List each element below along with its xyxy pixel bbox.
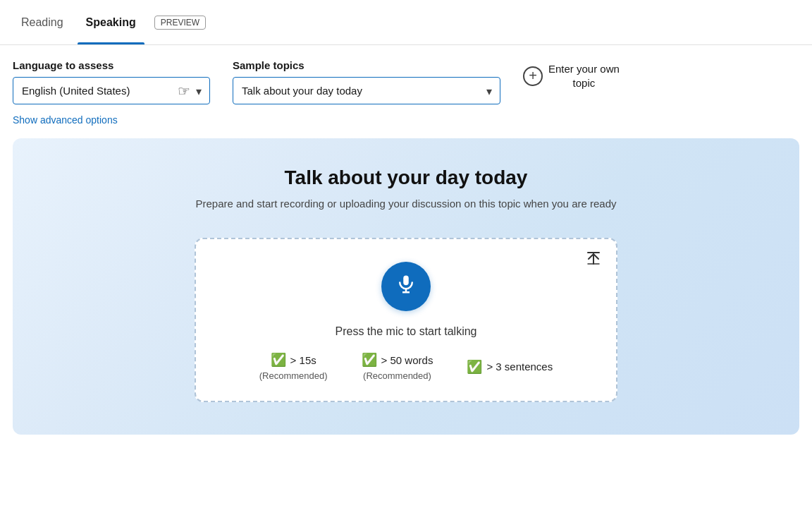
- show-advanced-link[interactable]: Show advanced options: [13, 114, 799, 126]
- mic-button[interactable]: [381, 262, 431, 311]
- tab-reading[interactable]: Reading: [13, 0, 72, 44]
- enter-topic-text: Enter your owntopic: [548, 62, 620, 90]
- microphone-icon: [395, 274, 417, 300]
- enter-own-topic-button[interactable]: + Enter your owntopic: [523, 62, 620, 90]
- hint-rec-words: (Recommended): [363, 370, 431, 381]
- language-select[interactable]: English (United States): [13, 77, 210, 104]
- press-mic-text: Press the mic to start talking: [336, 325, 477, 338]
- hint-value-time: > 15s: [290, 354, 316, 366]
- check-icon-sentences: ✅: [467, 359, 482, 375]
- topics-label: Sample topics: [233, 59, 500, 71]
- controls-area: Language to assess English (United State…: [0, 45, 812, 131]
- hint-value-sentences: > 3 sentences: [486, 361, 553, 373]
- topic-title: Talk about your day today: [285, 167, 528, 189]
- hint-item-time: ✅ > 15s (Recommended): [259, 352, 328, 381]
- language-select-wrapper: English (United States) ▾ ☞: [13, 77, 210, 104]
- tab-speaking[interactable]: Speaking: [78, 0, 144, 44]
- tab-reading-label: Reading: [21, 16, 63, 29]
- record-card: Press the mic to start talking ✅ > 15s (…: [195, 238, 617, 402]
- check-icon-words: ✅: [362, 352, 377, 368]
- tab-speaking-label: Speaking: [86, 16, 136, 29]
- preview-badge: PREVIEW: [154, 16, 206, 30]
- controls-row: Language to assess English (United State…: [13, 59, 799, 104]
- hint-item-words: ✅ > 50 words (Recommended): [362, 352, 433, 381]
- topics-field-group: Sample topics Talk about your day today …: [233, 59, 500, 104]
- hint-rec-time: (Recommended): [259, 370, 328, 381]
- topic-subtitle: Prepare and start recording or uploading…: [195, 198, 616, 210]
- topic-select[interactable]: Talk about your day today: [233, 77, 500, 104]
- plus-icon: +: [523, 66, 543, 86]
- hint-value-words: > 50 words: [381, 354, 433, 366]
- upload-icon[interactable]: [585, 250, 602, 272]
- hints-row: ✅ > 15s (Recommended) ✅ > 50 words (Reco…: [259, 352, 553, 381]
- language-field-group: Language to assess English (United State…: [13, 59, 210, 104]
- main-card: Talk about your day today Prepare and st…: [13, 138, 799, 435]
- language-label: Language to assess: [13, 59, 210, 71]
- topic-select-wrapper: Talk about your day today ▾: [233, 77, 500, 104]
- check-icon-time: ✅: [271, 352, 286, 368]
- hint-item-sentences: ✅ > 3 sentences: [467, 359, 553, 375]
- tab-bar: Reading Speaking PREVIEW: [0, 0, 812, 45]
- svg-rect-3: [403, 275, 409, 285]
